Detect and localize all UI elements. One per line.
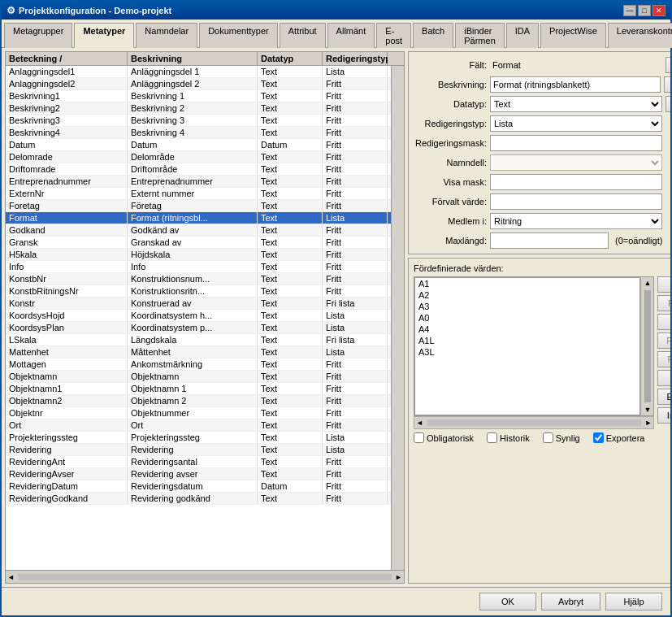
table-row[interactable]: RevideringDatum Revideringsdatum Datum F… [6,480,391,493]
table-body[interactable]: Anlaggningsdel1 Anläggningsdel 1 Text Li… [6,66,391,570]
predefined-scrollbar[interactable]: ▲ ▼ [640,277,653,415]
obligatorisk-checkbox[interactable] [414,432,424,443]
predefined-list-item[interactable]: A3L [415,346,639,358]
forvalt-varde-input[interactable] [490,193,662,210]
table-row[interactable]: Mattenhet Måttenhet Text Lista [6,346,391,358]
namndelL-select[interactable] [490,154,662,171]
maxlangd-input[interactable] [490,232,609,249]
hjalp-button[interactable]: Hjälp [605,593,662,610]
ok-button[interactable]: OK [479,593,536,610]
table-row[interactable]: Objektnr Objektnummer Text Fritt [6,407,391,419]
visa-mask-input[interactable] [490,174,662,190]
hamta-button[interactable]: Hämta [665,96,670,112]
close-button[interactable]: ✕ [652,5,665,16]
table-row[interactable]: RevideringAnt Revideringsantal Text Frit… [6,456,391,468]
table-row[interactable]: Mottagen Ankomstmärkning Text Fritt [6,358,391,371]
tab-epost[interactable]: E-post [376,23,411,48]
predefined-flytta-ner-button[interactable]: Flytta ner [657,351,670,367]
col-beskrivning[interactable]: Beskrivning [128,52,258,65]
predefined-exportera-button[interactable]: Exportera [657,389,670,405]
table-row[interactable]: Info Info Text Fritt [6,261,391,273]
table-row[interactable]: Revidering Revidering Text Lista [6,444,391,456]
avbryt-button[interactable]: Avbryt [541,593,600,610]
historik-checkbox[interactable] [487,432,497,443]
medlem-i-select[interactable]: Ritning Dokument [490,213,662,229]
table-row[interactable]: Format Format (ritningsbl... Text Lista [6,212,391,224]
tab-projectwise[interactable]: ProjectWise [540,23,606,48]
table-row[interactable]: Entreprenadnummer Entreprenadnummer Text… [6,176,391,188]
tab-batch[interactable]: Batch [413,23,453,48]
table-row[interactable]: Ort Ort Text Fritt [6,419,391,432]
predefined-list-item[interactable]: A1L [415,335,639,346]
tab-namndelar[interactable]: Namndelar [136,23,197,48]
table-row[interactable]: RevideringAvser Revidering avser Text Fr… [6,468,391,480]
table-row[interactable]: KonstbRitningsNr Konstruktionsritn... Te… [6,285,391,298]
table-row[interactable]: KonstbNr Konstruktionsnum... Text Fritt [6,273,391,285]
table-row[interactable]: Anlaggningsdel2 Anläggningsdel 2 Text Fr… [6,78,391,90]
table-row[interactable]: KoordsysPlan Koordinatsystem p... Text L… [6,322,391,334]
tab-attribut[interactable]: Attribut [280,23,326,48]
table-row[interactable]: Objektnamn1 Objektnamn 1 Text Fritt [6,383,391,395]
tab-ibinder[interactable]: iBinder Pärmen [455,23,505,48]
tab-metagrupper[interactable]: Metagrupper [4,23,72,48]
scroll-down-arrow[interactable]: ▼ [642,404,652,415]
col-beteckning[interactable]: Beteckning / [6,52,128,65]
table-row[interactable]: Objektnamn2 Objektnamn 2 Text Fritt [6,395,391,407]
predefined-radera-button[interactable]: Radera [657,314,670,330]
col-redigeringstyp[interactable]: Redigeringstyp [323,52,388,65]
scroll-up-arrow[interactable]: ▲ [642,277,652,289]
medlem-i-label: Medlem i: [414,216,487,226]
redigeringsmask-input[interactable] [490,135,662,151]
tab-metatyper[interactable]: Metatyper [74,23,134,48]
cell-beteckning: RevideringDatum [6,480,128,492]
predefined-flytta-upp-button[interactable]: Flytta upp [657,332,670,349]
exportera-checkbox[interactable] [593,432,604,443]
table-row[interactable]: Gransk Granskad av Text Fritt [6,237,391,249]
redigeringstyp-select[interactable]: Lista Fritt Fri lista [490,115,662,132]
cell-beteckning: Revidering [6,444,128,455]
predefined-redigera-button[interactable]: Redigera [657,295,670,311]
table-row[interactable]: Beskrivning2 Beskrivning 2 Text Fritt [6,102,391,115]
table-row[interactable]: Godkand Godkänd av Text Fritt [6,224,391,237]
predefined-list-item[interactable]: A1 [415,278,639,289]
predefined-list-item[interactable]: A4 [415,324,639,335]
tab-dokumenttyper[interactable]: Dokumenttyper [199,23,278,48]
table-row[interactable]: Projekteringssteg Projekteringssteg Text… [6,432,391,444]
predefined-list-item[interactable]: A2 [415,289,639,301]
predefined-sortera-button[interactable]: Sortera [657,370,670,386]
predefined-importera-button[interactable]: Importera [657,407,670,424]
table-scrollbar[interactable] [391,66,404,570]
table-row[interactable]: RevideringGodkand Revidering godkänd Tex… [6,493,391,505]
predefined-list[interactable]: A1A2A3A0A4A1LA3L [414,277,640,415]
table-row[interactable]: Foretag Företag Text Fritt [6,200,391,212]
synlig-checkbox[interactable] [543,432,553,443]
table-row[interactable]: Konstr Konstruerad av Text Fri lista [6,298,391,310]
table-row[interactable]: Beskrivning3 Beskrivning 3 Text Fritt [6,115,391,127]
predefined-list-item[interactable]: A3 [415,301,639,312]
datatyp-select[interactable]: Text Datum Numerisk [490,96,662,112]
radera-button[interactable]: Radera [664,76,670,93]
table-row[interactable]: Beskrivning1 Beskrivning 1 Text Fritt [6,90,391,102]
minimize-button[interactable]: — [623,5,636,16]
maximize-button[interactable]: □ [638,5,651,16]
table-row[interactable]: Delomrade Delområde Text Fritt [6,151,391,163]
table-row[interactable]: Beskrivning4 Beskrivning 4 Text Fritt [6,127,391,139]
beskrivning-input[interactable] [490,76,661,93]
table-row[interactable]: Objektnamn Objektnamn Text Fritt [6,371,391,383]
table-hscroll[interactable]: ◄ ► [6,570,404,583]
tab-ida[interactable]: IDA [506,23,539,48]
predefined-ny-button[interactable]: Ny [657,276,670,293]
ny-button[interactable]: Ny [665,57,670,73]
table-row[interactable]: LSkala Längdskala Text Fri lista [6,334,391,346]
table-row[interactable]: ExternNr Externt nummer Text Fritt [6,188,391,200]
tab-allman[interactable]: Allmänt [327,23,375,48]
tab-leveranskontroll[interactable]: Leveranskontroll [608,23,672,48]
table-row[interactable]: Anlaggningsdel1 Anläggningsdel 1 Text Li… [6,66,391,78]
predefined-list-item[interactable]: A0 [415,312,639,324]
cell-redigeringstyp: Lista [323,346,388,358]
table-row[interactable]: Driftomrade Driftområde Text Fritt [6,163,391,176]
col-datatyp[interactable]: Datatyp [258,52,323,65]
table-row[interactable]: KoordsysHojd Koordinatsystem h... Text L… [6,310,391,322]
table-row[interactable]: H5kala Höjdskala Text Fritt [6,249,391,261]
table-row[interactable]: Datum Datum Datum Fritt [6,139,391,151]
